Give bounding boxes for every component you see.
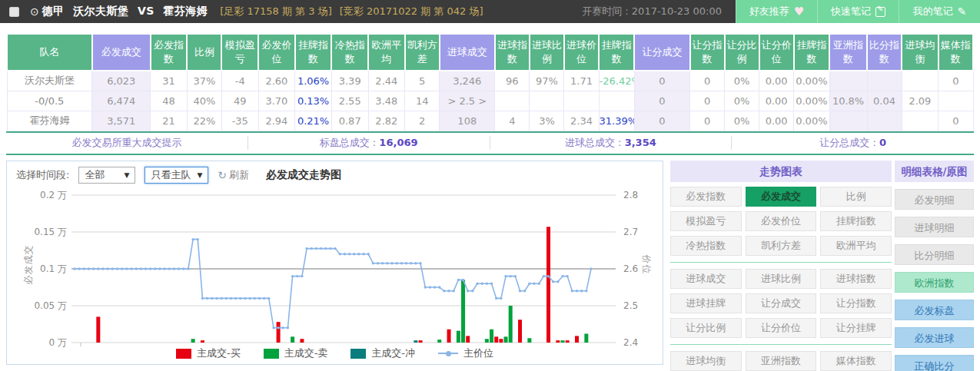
header-cell: 进球比例 [530,34,564,71]
topbar: ⊙ 德甲 沃尔夫斯堡 VS 霍芬海姆 [足彩 17158 期 第 3 场] [竞… [0,0,980,23]
detail-button[interactable]: 必发明细 [895,189,974,210]
table-cell: 0.04 [867,91,902,111]
detail-button[interactable]: 必发标盘 [895,300,974,320]
table-cell: 2 [405,111,440,131]
table-cell: 6,023 [92,71,151,91]
header-cell: 媒体指数 [938,34,973,71]
trend-button[interactable]: 进球挂牌 [670,293,742,313]
table-cell: 108 [440,111,495,131]
detail-button[interactable]: 正确比分 [895,355,974,371]
header-cell: 进球指数 [495,34,530,71]
table-cell: -4 [221,71,258,91]
table-cell: 0 [938,71,973,91]
my-notes-label: 我的笔记 [913,5,953,18]
pencil-icon: ✎ [958,6,967,17]
trend-button[interactable]: 让分成交 [746,293,817,313]
table-cell: -26.42% [599,71,634,91]
table-cell: 2.34 [564,111,599,131]
table-cell: -35 [221,111,258,131]
trend-button[interactable]: 进球均衡 [670,351,742,371]
chart-title: 必发成交走势图 [266,168,341,182]
trend-button[interactable]: 进球指数 [820,269,892,289]
table-cell: 2.94 [258,111,295,131]
table-cell: 97% [530,71,564,91]
time-range-label: 选择时间段: [16,168,69,182]
total-item: 进球总成交 : 3,354 [490,136,733,150]
detail-button[interactable]: 比分明细 [895,244,974,265]
table-cell: 0.00% [794,71,829,91]
table-cell: 3.39 [331,71,368,91]
trend-chart-panel: 选择时间段: 全部 ▼ 只看主队 ▼ ↻ 刷新 必发成交走势图 必发成交 价位 … [6,161,663,365]
trend-button[interactable]: 欧洲平均 [820,236,892,256]
table-cell: 2.55 [331,91,368,111]
table-cell: 0.00 [759,91,794,111]
trend-panel-title: 走势图表 [670,161,892,182]
chevron-down-icon: ▼ [197,171,202,179]
table-cell: 0.00% [794,111,829,131]
table-cell: 0 [690,91,725,111]
period-select[interactable]: 全部 ▼ [78,167,135,184]
friend-recommend-button[interactable]: 好友推荐 ♥ [736,0,817,23]
buy-swatch-icon [176,349,191,359]
trend-button[interactable]: 模拟盈亏 [670,211,742,231]
odds-table-section: 队名 必发成交 必发指数 比例 模拟盈亏 必发价位 挂牌指数 冷热指数 欧洲平均… [6,33,974,155]
table-cell: 0 [690,71,725,91]
trend-button[interactable]: 比例 [820,187,892,207]
legend-item[interactable]: 主成交-卖 [264,346,328,360]
trend-button-active[interactable]: 必发成交 [746,187,817,207]
table-cell: 0 [938,111,973,131]
trend-button[interactable]: 冷热指数 [670,236,742,256]
header-cell: 挂牌指数 [599,34,634,71]
trend-button[interactable]: 必发价位 [746,211,817,231]
svg-text:0.2 万: 0.2 万 [40,190,67,200]
trend-button[interactable]: 进球成交 [670,269,742,289]
table-cell: 5 [405,71,440,91]
trend-button[interactable]: 亚洲指数 [746,351,817,371]
table-cell: 0% [725,111,759,131]
trend-button[interactable]: 让分比例 [670,318,742,338]
detail-button[interactable]: 必发进球 [895,327,974,348]
detail-button[interactable]: 欧洲指数 [895,272,974,293]
chart-controls: 选择时间段: 全部 ▼ 只看主队 ▼ ↻ 刷新 必发成交走势图 [16,167,341,184]
table-cell: 0 [634,91,689,111]
zucai-info: [足彩 17158 期 第 3 场] [220,5,331,18]
trend-button[interactable]: 让分挂牌 [820,318,892,338]
table-cell [902,71,938,91]
refresh-button[interactable]: ↻ 刷新 [218,168,249,182]
header-cell: 亚洲指数 [829,34,867,71]
detail-button[interactable]: 进球明细 [895,217,974,237]
trend-button[interactable]: 媒体指数 [820,351,892,371]
table-cell: 0.00% [794,91,829,111]
quick-note-button[interactable]: 快速笔记 [817,0,899,23]
svg-text:0.1 万: 0.1 万 [40,263,67,274]
trend-button[interactable]: 让分指数 [820,293,892,313]
table-cell [495,91,530,111]
refresh-icon: ↻ [218,169,227,181]
row-checkbox[interactable] [9,7,19,17]
trend-button[interactable]: 进球比例 [746,269,817,289]
heart-icon: ♥ [794,6,804,18]
jingcai-info: [竞彩 20171022 期 第 042 场] [340,5,483,18]
team-filter-select[interactable]: 只看主队 ▼ [145,167,208,184]
trend-button[interactable]: 让分价位 [746,318,817,338]
divider [670,262,892,263]
table-cell: 31.39% [599,111,634,131]
table-cell: 31 [151,71,188,91]
legend-item[interactable]: 主价位 [438,346,493,360]
header-row: 队名 必发成交 必发指数 比例 模拟盈亏 必发价位 挂牌指数 冷热指数 欧洲平均… [7,34,973,71]
table-cell: 2.60 [258,71,295,91]
league-label: 德甲 [42,5,65,17]
table-cell: 0.87 [331,111,368,131]
header-cell: 进球成交 [440,34,495,71]
legend-item[interactable]: 主成交-买 [176,346,241,360]
table-cell: > 2.5 > [440,91,495,111]
trend-button[interactable]: 凯利方差 [746,236,817,256]
my-notes-button[interactable]: 我的笔记 ✎ [899,0,980,23]
trend-button[interactable]: 必发指数 [670,187,742,207]
legend-item[interactable]: 主成交-冲 [350,346,415,360]
chevron-down-icon: ▼ [124,171,129,179]
table-cell: 1.06% [295,71,332,91]
table-cell: 4 [495,111,530,131]
table-cell: 21 [151,111,188,131]
trend-button[interactable]: 挂牌指数 [820,211,892,231]
